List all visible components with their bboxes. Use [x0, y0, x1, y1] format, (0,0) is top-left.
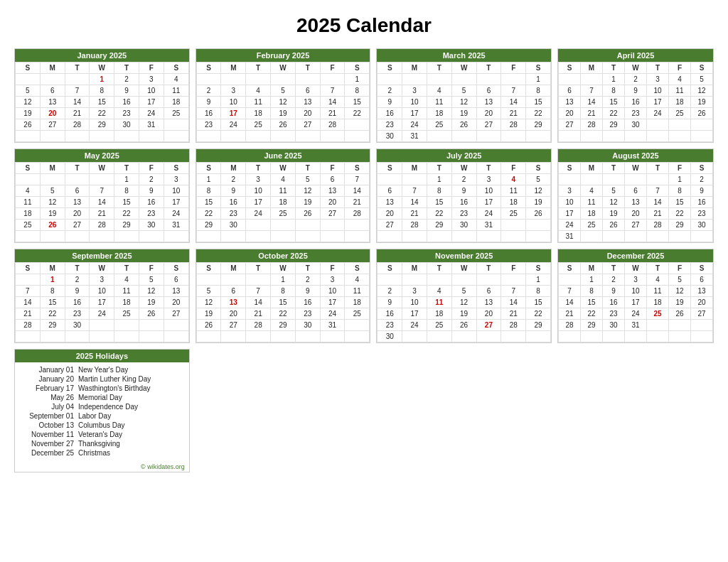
cal-cell: 10	[402, 97, 427, 108]
cal-cell: 23	[139, 208, 164, 220]
cal-cell: 4	[501, 174, 526, 185]
calendar-month: November 2025SMTWTFS12345678910111213141…	[376, 249, 552, 343]
cal-cell: 20	[40, 108, 65, 119]
cal-cell: 27	[221, 320, 246, 331]
cal-cell: 18	[669, 97, 691, 108]
cal-cell: 23	[295, 308, 320, 320]
holiday-date: September 01	[21, 412, 74, 420]
cal-cell: 4	[427, 286, 451, 297]
cal-cell: 22	[427, 208, 451, 220]
holiday-name: Martin Luther King Day	[78, 375, 151, 383]
cal-cell: 15	[271, 297, 296, 308]
cal-cell	[65, 331, 90, 342]
day-header: W	[625, 263, 647, 274]
cal-cell: 18	[501, 197, 526, 208]
cal-cell: 3	[320, 274, 345, 286]
day-header: S	[164, 63, 188, 74]
calendar-month: July 2025SMTWTFS123456789101112131415161…	[376, 148, 552, 243]
day-header: S	[691, 63, 713, 74]
cal-cell: 6	[378, 185, 402, 197]
cal-cell	[221, 331, 246, 342]
cal-cell: 20	[164, 297, 188, 308]
cal-cell: 27	[559, 119, 581, 131]
cal-cell: 9	[603, 286, 625, 297]
holiday-date: February 17	[21, 384, 74, 392]
cal-cell: 8	[669, 185, 691, 197]
cal-cell: 8	[526, 85, 551, 97]
cal-cell	[320, 231, 345, 242]
holiday-date: October 13	[21, 421, 74, 429]
cal-cell	[196, 231, 221, 242]
holiday-item: February 17Wasthington's Birthday	[21, 384, 183, 393]
cal-cell: 3	[221, 85, 246, 97]
page-title: 2025 Calendar	[14, 14, 714, 37]
cal-cell: 20	[65, 208, 90, 220]
holiday-name: Labor Day	[78, 412, 111, 420]
month-header: October 2025	[196, 249, 370, 262]
day-header: F	[320, 263, 345, 274]
day-header: S	[378, 263, 402, 274]
cal-cell: 16	[603, 297, 625, 308]
day-header: S	[691, 163, 713, 174]
cal-cell: 18	[164, 97, 188, 108]
calendar-month: August 2025SMTWTFS1234567891011121314151…	[557, 148, 714, 243]
holiday-date: December 25	[21, 449, 74, 457]
cal-cell: 28	[320, 119, 345, 131]
cal-cell: 11	[669, 85, 691, 97]
holiday-item: December 25Christmas	[21, 448, 183, 458]
cal-cell: 18	[16, 208, 41, 220]
cal-cell: 27	[476, 320, 501, 331]
calendar-month: September 2025SMTWTFS1234567891011121314…	[14, 249, 190, 343]
cal-cell: 2	[603, 274, 625, 286]
cal-cell	[378, 174, 402, 185]
cal-cell	[164, 131, 188, 142]
cal-cell: 7	[501, 286, 526, 297]
cal-cell: 7	[345, 174, 370, 185]
cal-cell: 7	[320, 85, 345, 97]
cal-cell: 31	[559, 231, 581, 242]
cal-cell: 29	[581, 320, 603, 331]
cal-cell	[691, 131, 713, 142]
cal-cell: 30	[603, 320, 625, 331]
cal-cell: 15	[427, 197, 451, 208]
cal-cell: 27	[625, 220, 647, 231]
cal-cell: 26	[451, 119, 476, 131]
cal-table: SMTWTFS123456789101112131415161718192021…	[196, 162, 370, 242]
cal-cell: 1	[427, 174, 451, 185]
cal-cell: 7	[559, 286, 581, 297]
cal-cell: 3	[246, 174, 271, 185]
cal-cell: 2	[378, 85, 402, 97]
cal-cell: 16	[196, 108, 221, 119]
cal-cell	[603, 174, 625, 185]
day-header: M	[221, 63, 246, 74]
cal-cell: 2	[451, 174, 476, 185]
day-header: S	[526, 263, 551, 274]
cal-cell: 9	[625, 85, 647, 97]
cal-cell: 25	[114, 308, 139, 320]
cal-cell: 4	[427, 85, 451, 97]
holiday-item: July 04Independence Day	[21, 402, 183, 411]
day-header: S	[196, 63, 221, 74]
cal-cell	[40, 331, 65, 342]
cal-cell	[476, 131, 501, 142]
cal-cell: 26	[603, 220, 625, 231]
cal-cell: 17	[90, 297, 114, 308]
cal-table: SMTWTFS123456789101112131415161718192021…	[558, 162, 713, 242]
calendar-month: March 2025SMTWTFS12345678910111213141516…	[376, 48, 552, 143]
cal-cell: 3	[402, 286, 427, 297]
cal-cell	[16, 174, 41, 185]
cal-cell: 9	[221, 185, 246, 197]
cal-cell	[345, 119, 370, 131]
day-header: M	[221, 163, 246, 174]
cal-cell	[559, 131, 581, 142]
cal-cell: 11	[427, 97, 451, 108]
cal-cell: 19	[691, 97, 713, 108]
cal-cell: 6	[559, 85, 581, 97]
month-header: December 2025	[558, 249, 713, 262]
cal-cell: 31	[139, 119, 164, 131]
holiday-item: January 01New Year's Day	[21, 365, 183, 374]
cal-cell: 16	[221, 197, 246, 208]
cal-cell: 9	[691, 185, 713, 197]
cal-cell: 14	[581, 97, 603, 108]
cal-cell: 22	[271, 308, 296, 320]
